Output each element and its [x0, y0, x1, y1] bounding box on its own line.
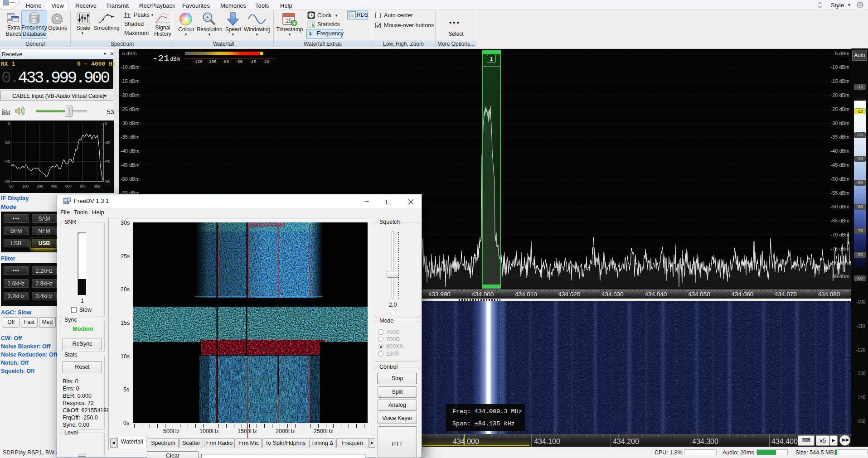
svg-text:400: 400 [51, 184, 57, 188]
svg-text:9: 9 [312, 24, 314, 28]
svg-text:-60: -60 [5, 179, 10, 183]
svg-text:0: 0 [105, 121, 107, 125]
svg-text:-20: -20 [5, 140, 10, 145]
svg-text:100: 100 [22, 184, 29, 188]
svg-text:200: 200 [37, 184, 43, 188]
svg-text:1k6: 1k6 [79, 184, 86, 188]
svg-text:800: 800 [65, 184, 72, 188]
svg-text:-60: -60 [105, 179, 111, 183]
svg-text:0: 0 [8, 121, 10, 125]
svg-text:-40: -40 [105, 159, 111, 164]
svg-text:-40: -40 [5, 159, 10, 164]
svg-text:3k2: 3k2 [94, 184, 100, 188]
svg-text:-20: -20 [105, 140, 111, 145]
svg-text:50: 50 [9, 184, 14, 188]
